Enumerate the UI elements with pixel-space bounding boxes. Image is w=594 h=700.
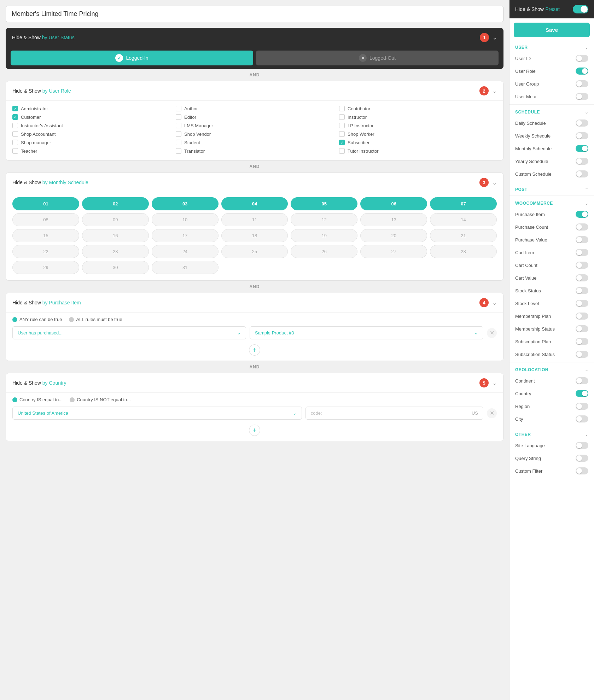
right-section-header-geolocation[interactable]: GEOLOCATION ⌄ bbox=[509, 364, 594, 374]
day-btn[interactable]: 31 bbox=[152, 261, 219, 274]
day-btn[interactable]: 26 bbox=[291, 245, 357, 258]
mini-toggle[interactable] bbox=[576, 351, 588, 358]
day-btn[interactable]: 17 bbox=[152, 229, 219, 242]
role-item[interactable]: Tutor Instructor bbox=[339, 148, 497, 154]
logged-out-btn[interactable]: ✕ Logged-Out bbox=[256, 51, 499, 65]
role-item[interactable]: ✓ Subscriber bbox=[339, 140, 497, 145]
mini-toggle[interactable] bbox=[576, 390, 588, 397]
mini-toggle[interactable] bbox=[576, 442, 588, 449]
user-role-chevron[interactable]: ⌄ bbox=[492, 88, 497, 94]
day-btn[interactable]: 18 bbox=[221, 229, 288, 242]
day-btn[interactable]: 30 bbox=[82, 261, 149, 274]
mini-toggle[interactable] bbox=[576, 170, 588, 177]
role-item[interactable]: Shop Vendor bbox=[176, 131, 333, 137]
day-btn[interactable]: 19 bbox=[291, 229, 357, 242]
day-btn[interactable]: 10 bbox=[152, 213, 219, 226]
role-item[interactable]: Author bbox=[176, 106, 333, 111]
remove-purchase-btn[interactable]: ✕ bbox=[487, 328, 497, 338]
role-item[interactable]: ✓ Administrator bbox=[12, 106, 170, 111]
purchase-dropdown[interactable]: User has purchased... ⌄ bbox=[12, 326, 246, 339]
day-btn[interactable]: 24 bbox=[152, 245, 219, 258]
day-btn[interactable]: 13 bbox=[360, 213, 427, 226]
role-item[interactable]: Contributor bbox=[339, 106, 497, 111]
day-btn[interactable]: 15 bbox=[12, 229, 79, 242]
day-btn[interactable]: 20 bbox=[360, 229, 427, 242]
mini-toggle[interactable] bbox=[576, 313, 588, 320]
role-item[interactable]: ✓ Customer bbox=[12, 114, 170, 120]
mini-toggle[interactable] bbox=[576, 145, 588, 152]
save-button[interactable]: Save bbox=[514, 23, 590, 37]
day-btn[interactable]: 16 bbox=[82, 229, 149, 242]
all-rule-option[interactable]: ALL rules must be true bbox=[69, 317, 122, 322]
day-btn[interactable]: 06 bbox=[360, 197, 427, 210]
day-btn[interactable]: 01 bbox=[12, 197, 79, 210]
mini-toggle[interactable] bbox=[576, 158, 588, 165]
right-section-header-other[interactable]: OTHER ⌄ bbox=[509, 428, 594, 439]
monthly-schedule-chevron[interactable]: ⌄ bbox=[492, 179, 497, 186]
day-btn[interactable]: 08 bbox=[12, 213, 79, 226]
day-btn[interactable]: 25 bbox=[221, 245, 288, 258]
user-status-chevron[interactable]: ⌄ bbox=[493, 34, 497, 41]
role-item[interactable]: Shop manager bbox=[12, 140, 170, 145]
role-item[interactable]: Teacher bbox=[12, 148, 170, 154]
role-item[interactable]: Shop Worker bbox=[339, 131, 497, 137]
add-country-btn[interactable]: + bbox=[249, 425, 260, 436]
role-item[interactable]: Translator bbox=[176, 148, 333, 154]
role-item[interactable]: Instructor bbox=[339, 114, 497, 120]
title-input[interactable] bbox=[6, 6, 503, 22]
day-btn[interactable]: 12 bbox=[291, 213, 357, 226]
mini-toggle[interactable] bbox=[576, 403, 588, 410]
mini-toggle[interactable] bbox=[576, 249, 588, 256]
country-is-equal-option[interactable]: Country IS equal to... bbox=[12, 397, 63, 402]
mini-toggle[interactable] bbox=[576, 93, 588, 100]
country-code-field[interactable]: code: US bbox=[305, 407, 483, 420]
day-btn[interactable]: 27 bbox=[360, 245, 427, 258]
role-item[interactable]: LP Instructor bbox=[339, 123, 497, 128]
mini-toggle[interactable] bbox=[576, 467, 588, 474]
country-is-not-option[interactable]: Country IS NOT equal to... bbox=[70, 397, 131, 402]
mini-toggle[interactable] bbox=[576, 55, 588, 62]
right-section-header-woocommerce[interactable]: WOOCOMMERCE ⌄ bbox=[509, 197, 594, 208]
mini-toggle[interactable] bbox=[576, 223, 588, 231]
right-section-header-schedule[interactable]: SCHEDULE ⌄ bbox=[509, 106, 594, 117]
day-btn[interactable]: 07 bbox=[430, 197, 497, 210]
day-btn[interactable]: 02 bbox=[82, 197, 149, 210]
day-btn[interactable]: 23 bbox=[82, 245, 149, 258]
day-btn[interactable]: 11 bbox=[221, 213, 288, 226]
mini-toggle[interactable] bbox=[576, 119, 588, 127]
mini-toggle[interactable] bbox=[576, 287, 588, 294]
purchase-item-chevron[interactable]: ⌄ bbox=[492, 299, 497, 306]
remove-country-btn[interactable]: ✕ bbox=[487, 408, 497, 418]
day-btn[interactable]: 22 bbox=[12, 245, 79, 258]
role-item[interactable]: Instructor's Assistant bbox=[12, 123, 170, 128]
mini-toggle[interactable] bbox=[576, 377, 588, 384]
day-btn[interactable]: 09 bbox=[82, 213, 149, 226]
day-btn[interactable]: 28 bbox=[430, 245, 497, 258]
mini-toggle[interactable] bbox=[576, 211, 588, 218]
day-btn[interactable]: 03 bbox=[152, 197, 219, 210]
mini-toggle[interactable] bbox=[576, 325, 588, 332]
preset-toggle[interactable] bbox=[573, 5, 588, 13]
mini-toggle[interactable] bbox=[576, 262, 588, 269]
add-purchase-btn[interactable]: + bbox=[249, 344, 260, 356]
right-section-header-user[interactable]: USER ⌄ bbox=[509, 41, 594, 52]
mini-toggle[interactable] bbox=[576, 415, 588, 422]
day-btn[interactable]: 29 bbox=[12, 261, 79, 274]
mini-toggle[interactable] bbox=[576, 338, 588, 345]
day-btn[interactable]: 14 bbox=[430, 213, 497, 226]
day-btn[interactable]: 05 bbox=[291, 197, 357, 210]
mini-toggle[interactable] bbox=[576, 68, 588, 75]
country-dropdown[interactable]: United States of America ⌄ bbox=[12, 407, 302, 420]
logged-in-btn[interactable]: ✓ Logged-In bbox=[11, 51, 253, 65]
any-rule-option[interactable]: ANY rule can be true bbox=[12, 317, 62, 322]
role-item[interactable]: LMS Manager bbox=[176, 123, 333, 128]
day-btn[interactable]: 21 bbox=[430, 229, 497, 242]
mini-toggle[interactable] bbox=[576, 300, 588, 307]
mini-toggle[interactable] bbox=[576, 80, 588, 87]
role-item[interactable]: Shop Accountant bbox=[12, 131, 170, 137]
mini-toggle[interactable] bbox=[576, 236, 588, 243]
mini-toggle[interactable] bbox=[576, 132, 588, 139]
product-dropdown[interactable]: Sample Product #3 ⌄ bbox=[250, 326, 483, 339]
mini-toggle[interactable] bbox=[576, 274, 588, 281]
day-btn[interactable]: 04 bbox=[221, 197, 288, 210]
